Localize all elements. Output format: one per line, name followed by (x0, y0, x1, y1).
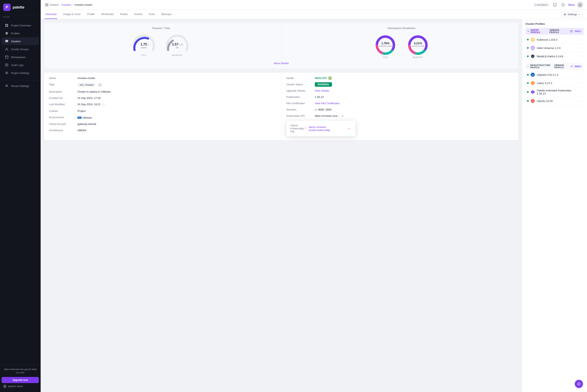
service-port1-link[interactable]: :8080 (317, 108, 324, 111)
popup-info-icon[interactable]: ⓘ (304, 127, 307, 130)
more-details-link[interactable]: More Details (49, 62, 514, 65)
cloud-account-value: gateway-tutorial (78, 122, 96, 126)
health-row: Health HEALTHY ✅ (286, 76, 514, 80)
svg-rect-0 (5, 24, 7, 25)
profile-item-kubecost[interactable]: K Kubecost 1.103.3 › (525, 36, 584, 44)
svg-line-12 (7, 48, 8, 50)
name-row: Name vmware-cluster (49, 76, 276, 80)
svg-text:K: K (532, 39, 533, 41)
sidebar-item-workspaces[interactable]: Workspaces (2, 53, 39, 61)
svg-point-61 (532, 99, 533, 100)
k8s-certs-link[interactable]: View K8s Certificates (315, 102, 340, 105)
profile-item-metallb[interactable]: ⬡ MetalLB (Helm) 0.14.8 › (525, 52, 584, 60)
profile-item-vsphere[interactable]: vm vSphere CSI 3.1.2 › (525, 71, 584, 79)
svg-point-50 (533, 47, 534, 48)
tab-nodes[interactable]: Nodes (119, 10, 129, 19)
upgrade-details-row: Upgrade Details View Details (286, 89, 514, 92)
hello-universe-icon (530, 46, 535, 50)
svg-point-10 (7, 50, 8, 50)
tab-profile[interactable]: Profile (86, 10, 96, 19)
k8s-certs-row: K8s Certificates View K8s Certificates (286, 102, 514, 105)
tab-workloads[interactable]: Workloads (100, 10, 115, 19)
info-right: Health HEALTHY ✅ Cluster Status RUNNING (281, 72, 519, 140)
tab-backups[interactable]: Backups (161, 10, 172, 19)
sidebar-item-cluster-groups[interactable]: Cluster Groups (2, 45, 39, 53)
sidebar-item-profiles[interactable]: Profiles (2, 30, 39, 37)
svg-text:/ 4: / 4 (146, 43, 149, 46)
svg-point-48 (531, 46, 534, 50)
settings-button[interactable]: Settings (561, 11, 583, 17)
addon-profile-type: ADDON PROFILE (531, 29, 548, 34)
sidebar-item-project-settings[interactable]: Project Settings (2, 69, 39, 77)
sidebar-item-project-overview[interactable]: Project Overview (2, 22, 39, 29)
metrics-gauges: 1.75 / 4 Cores CPU (49, 33, 273, 56)
profile-item-ubuntu[interactable]: Ubuntu 22.04 › (525, 97, 584, 105)
breadcrumb-separator-2: / (73, 3, 73, 6)
metrics-divider (281, 26, 282, 58)
sidebar-item-clusters[interactable]: Clusters (2, 37, 39, 45)
status-dot (527, 100, 529, 102)
admin-kubeconfig-popup: Admin Kubeconfig File ⓘ admin.vmware-clu… (286, 121, 355, 136)
svg-text:/ 8.32: / 8.32 (177, 43, 183, 46)
kubeconfig-link[interactable]: admin.vmware-cluster.kubeconfig (309, 126, 345, 132)
context-value: Project (78, 110, 86, 112)
svg-text:P: P (532, 92, 533, 93)
addon-profile-group: ADDON PROFILE VMWARE-PROFILE PROJ K Kube… (525, 28, 584, 60)
brand-label[interactable]: spectro cloud (2, 383, 39, 390)
profile-item-palette-eks[interactable]: P Palette eXtended Kubernetes 1.28.13 › (525, 87, 584, 97)
upgrade-details-label: Upgrade Details (286, 89, 315, 92)
profile-item-calico[interactable]: C Calico 3.27.2 › (525, 79, 584, 87)
tab-events[interactable]: Events (134, 10, 143, 19)
cluster-status-value: RUNNING (315, 83, 332, 86)
kubernetes-api-row: Kubernetes API https://vmware-clus... ⧉ (286, 114, 514, 118)
description-row: Description Cluster to deploy to VMware. (49, 90, 276, 93)
svg-point-62 (534, 101, 534, 102)
health-value: HEALTHY ✅ (315, 76, 331, 80)
popup-row: Admin Kubeconfig File ⓘ admin.vmware-clu… (290, 124, 351, 133)
popup-label: Admin Kubeconfig File ⓘ (290, 124, 307, 133)
chat-icon[interactable] (552, 2, 558, 8)
topbar: Default / Clusters / vmware-cluster 1.43… (41, 0, 587, 10)
environment-label: Environment (49, 116, 78, 119)
sidebar-item-audit-logs[interactable]: Audit Logs (2, 61, 39, 69)
sidebar-item-label: Workspaces (11, 56, 26, 59)
docs-link[interactable]: Docs (568, 3, 575, 6)
metrics-row: Request / Total 1.75 (49, 26, 514, 58)
tab-overview[interactable]: Overview (45, 10, 57, 19)
link-icon[interactable] (571, 65, 572, 68)
request-total-section: Request / Total 1.75 (49, 26, 273, 56)
link-icon[interactable] (570, 30, 572, 32)
profile-item-hello-universe[interactable]: Hello Universe 1.2.0 › (525, 44, 584, 52)
chevron-right-icon: › (581, 74, 582, 76)
left-content: Request / Total 1.75 (41, 19, 522, 392)
sidebar-item-label: Profiles (11, 32, 20, 35)
chat-button[interactable] (575, 380, 583, 388)
svg-point-26 (579, 4, 581, 5)
tab-scan[interactable]: Scan (148, 10, 156, 19)
svg-point-8 (6, 48, 7, 48)
help-icon[interactable]: ? (560, 2, 566, 8)
upgrade-details-link[interactable]: View Details (315, 89, 329, 92)
infra-profile-header[interactable]: INFRASTRUCTURE PROFILE VMWARE-PROFILE PR… (525, 63, 584, 70)
copy-icon[interactable]: ⧉ (342, 114, 343, 118)
info-circle-icon[interactable]: ⓘ (103, 103, 105, 106)
tab-usage-costs[interactable]: Usage & Costs (62, 10, 82, 19)
infra-profile-group: INFRASTRUCTURE PROFILE VMWARE-PROFILE PR… (525, 63, 584, 105)
layers-icon (5, 32, 9, 35)
service-port2-link[interactable]: :3000 (325, 108, 331, 111)
vm-badge: vm (78, 116, 82, 119)
architecture-label: Architecture (49, 129, 78, 132)
sidebar-bottom: Start small and only pay for what you us… (0, 365, 41, 392)
vsphere-name: vSphere CSI 3.1.2 (537, 73, 580, 76)
sidebar-item-tenant-settings[interactable]: Tenant Settings (2, 82, 39, 90)
addon-proj-badge: PROJ (574, 30, 582, 33)
svg-point-64 (577, 382, 580, 385)
sidebar-item-label: Clusters (11, 40, 21, 43)
tag-more[interactable]: – (98, 83, 103, 87)
kubernetes-label: Kubernetes (286, 96, 315, 98)
upgrade-button[interactable]: Upgrade now (2, 377, 39, 383)
description-label: Description (49, 90, 78, 93)
user-avatar[interactable] (577, 2, 583, 8)
clusters-breadcrumb-link[interactable]: Clusters (62, 3, 71, 6)
addon-profile-header[interactable]: ADDON PROFILE VMWARE-PROFILE PROJ (525, 28, 584, 35)
